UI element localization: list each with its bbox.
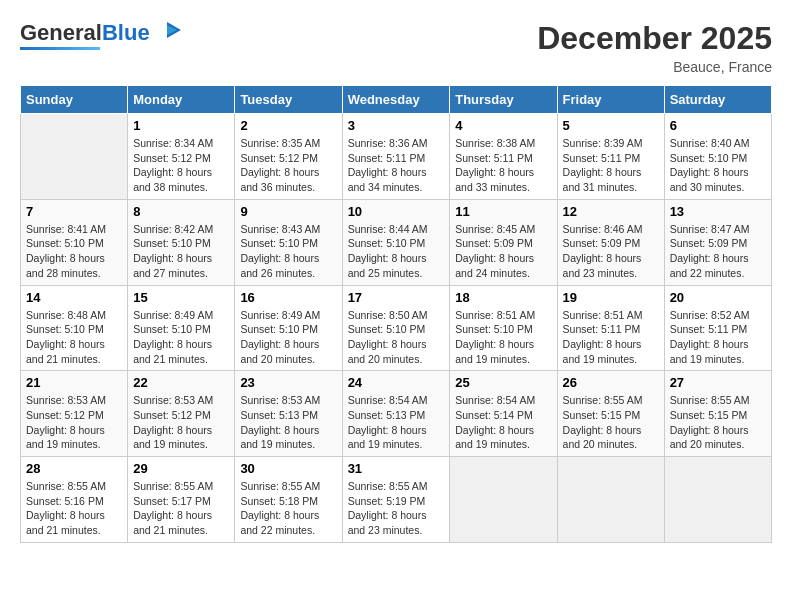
calendar-cell	[557, 457, 664, 543]
calendar-cell: 2Sunrise: 8:35 AMSunset: 5:12 PMDaylight…	[235, 114, 342, 200]
calendar-cell: 1Sunrise: 8:34 AMSunset: 5:12 PMDaylight…	[128, 114, 235, 200]
day-info: Sunrise: 8:55 AMSunset: 5:18 PMDaylight:…	[240, 479, 336, 538]
calendar-cell: 12Sunrise: 8:46 AMSunset: 5:09 PMDayligh…	[557, 199, 664, 285]
day-number: 2	[240, 118, 336, 133]
day-number: 30	[240, 461, 336, 476]
weekday-header-wednesday: Wednesday	[342, 86, 450, 114]
day-info: Sunrise: 8:40 AMSunset: 5:10 PMDaylight:…	[670, 136, 766, 195]
day-number: 28	[26, 461, 122, 476]
day-number: 5	[563, 118, 659, 133]
day-info: Sunrise: 8:48 AMSunset: 5:10 PMDaylight:…	[26, 308, 122, 367]
day-info: Sunrise: 8:35 AMSunset: 5:12 PMDaylight:…	[240, 136, 336, 195]
day-info: Sunrise: 8:53 AMSunset: 5:12 PMDaylight:…	[26, 393, 122, 452]
day-number: 24	[348, 375, 445, 390]
day-info: Sunrise: 8:55 AMSunset: 5:15 PMDaylight:…	[563, 393, 659, 452]
logo-flag-icon	[153, 20, 181, 42]
calendar-cell: 23Sunrise: 8:53 AMSunset: 5:13 PMDayligh…	[235, 371, 342, 457]
logo-underline	[20, 47, 100, 50]
calendar-week-row: 28Sunrise: 8:55 AMSunset: 5:16 PMDayligh…	[21, 457, 772, 543]
day-number: 15	[133, 290, 229, 305]
day-number: 31	[348, 461, 445, 476]
day-info: Sunrise: 8:38 AMSunset: 5:11 PMDaylight:…	[455, 136, 551, 195]
title-block: December 2025 Beauce, France	[537, 20, 772, 75]
day-number: 10	[348, 204, 445, 219]
calendar-cell: 15Sunrise: 8:49 AMSunset: 5:10 PMDayligh…	[128, 285, 235, 371]
calendar-cell: 8Sunrise: 8:42 AMSunset: 5:10 PMDaylight…	[128, 199, 235, 285]
calendar-week-row: 14Sunrise: 8:48 AMSunset: 5:10 PMDayligh…	[21, 285, 772, 371]
day-number: 27	[670, 375, 766, 390]
weekday-header-row: SundayMondayTuesdayWednesdayThursdayFrid…	[21, 86, 772, 114]
day-number: 7	[26, 204, 122, 219]
day-number: 29	[133, 461, 229, 476]
day-number: 16	[240, 290, 336, 305]
day-info: Sunrise: 8:46 AMSunset: 5:09 PMDaylight:…	[563, 222, 659, 281]
day-number: 13	[670, 204, 766, 219]
day-number: 22	[133, 375, 229, 390]
day-number: 12	[563, 204, 659, 219]
day-number: 26	[563, 375, 659, 390]
day-info: Sunrise: 8:51 AMSunset: 5:10 PMDaylight:…	[455, 308, 551, 367]
weekday-header-sunday: Sunday	[21, 86, 128, 114]
calendar-week-row: 21Sunrise: 8:53 AMSunset: 5:12 PMDayligh…	[21, 371, 772, 457]
day-number: 6	[670, 118, 766, 133]
calendar-cell: 28Sunrise: 8:55 AMSunset: 5:16 PMDayligh…	[21, 457, 128, 543]
weekday-header-thursday: Thursday	[450, 86, 557, 114]
day-info: Sunrise: 8:54 AMSunset: 5:13 PMDaylight:…	[348, 393, 445, 452]
calendar-cell: 22Sunrise: 8:53 AMSunset: 5:12 PMDayligh…	[128, 371, 235, 457]
calendar-table: SundayMondayTuesdayWednesdayThursdayFrid…	[20, 85, 772, 543]
day-number: 14	[26, 290, 122, 305]
calendar-cell: 4Sunrise: 8:38 AMSunset: 5:11 PMDaylight…	[450, 114, 557, 200]
day-number: 9	[240, 204, 336, 219]
day-number: 4	[455, 118, 551, 133]
calendar-cell: 6Sunrise: 8:40 AMSunset: 5:10 PMDaylight…	[664, 114, 771, 200]
calendar-cell: 26Sunrise: 8:55 AMSunset: 5:15 PMDayligh…	[557, 371, 664, 457]
day-number: 3	[348, 118, 445, 133]
day-info: Sunrise: 8:49 AMSunset: 5:10 PMDaylight:…	[240, 308, 336, 367]
day-info: Sunrise: 8:45 AMSunset: 5:09 PMDaylight:…	[455, 222, 551, 281]
day-info: Sunrise: 8:54 AMSunset: 5:14 PMDaylight:…	[455, 393, 551, 452]
calendar-cell: 7Sunrise: 8:41 AMSunset: 5:10 PMDaylight…	[21, 199, 128, 285]
day-number: 11	[455, 204, 551, 219]
weekday-header-monday: Monday	[128, 86, 235, 114]
calendar-week-row: 1Sunrise: 8:34 AMSunset: 5:12 PMDaylight…	[21, 114, 772, 200]
day-info: Sunrise: 8:55 AMSunset: 5:19 PMDaylight:…	[348, 479, 445, 538]
calendar-cell: 17Sunrise: 8:50 AMSunset: 5:10 PMDayligh…	[342, 285, 450, 371]
calendar-cell: 21Sunrise: 8:53 AMSunset: 5:12 PMDayligh…	[21, 371, 128, 457]
calendar-cell: 13Sunrise: 8:47 AMSunset: 5:09 PMDayligh…	[664, 199, 771, 285]
calendar-cell	[450, 457, 557, 543]
day-info: Sunrise: 8:55 AMSunset: 5:17 PMDaylight:…	[133, 479, 229, 538]
calendar-cell: 27Sunrise: 8:55 AMSunset: 5:15 PMDayligh…	[664, 371, 771, 457]
day-info: Sunrise: 8:39 AMSunset: 5:11 PMDaylight:…	[563, 136, 659, 195]
day-info: Sunrise: 8:53 AMSunset: 5:13 PMDaylight:…	[240, 393, 336, 452]
calendar-cell: 9Sunrise: 8:43 AMSunset: 5:10 PMDaylight…	[235, 199, 342, 285]
calendar-cell: 25Sunrise: 8:54 AMSunset: 5:14 PMDayligh…	[450, 371, 557, 457]
day-number: 21	[26, 375, 122, 390]
calendar-cell: 3Sunrise: 8:36 AMSunset: 5:11 PMDaylight…	[342, 114, 450, 200]
weekday-header-friday: Friday	[557, 86, 664, 114]
day-info: Sunrise: 8:36 AMSunset: 5:11 PMDaylight:…	[348, 136, 445, 195]
day-number: 18	[455, 290, 551, 305]
calendar-cell: 31Sunrise: 8:55 AMSunset: 5:19 PMDayligh…	[342, 457, 450, 543]
logo-text: GeneralBlue	[20, 20, 150, 46]
day-number: 1	[133, 118, 229, 133]
day-info: Sunrise: 8:41 AMSunset: 5:10 PMDaylight:…	[26, 222, 122, 281]
calendar-cell: 29Sunrise: 8:55 AMSunset: 5:17 PMDayligh…	[128, 457, 235, 543]
calendar-week-row: 7Sunrise: 8:41 AMSunset: 5:10 PMDaylight…	[21, 199, 772, 285]
calendar-cell: 19Sunrise: 8:51 AMSunset: 5:11 PMDayligh…	[557, 285, 664, 371]
logo: GeneralBlue	[20, 20, 181, 50]
day-info: Sunrise: 8:34 AMSunset: 5:12 PMDaylight:…	[133, 136, 229, 195]
day-info: Sunrise: 8:43 AMSunset: 5:10 PMDaylight:…	[240, 222, 336, 281]
calendar-cell	[664, 457, 771, 543]
day-info: Sunrise: 8:47 AMSunset: 5:09 PMDaylight:…	[670, 222, 766, 281]
day-number: 25	[455, 375, 551, 390]
day-info: Sunrise: 8:42 AMSunset: 5:10 PMDaylight:…	[133, 222, 229, 281]
page-header: GeneralBlue December 2025 Beauce, France	[20, 20, 772, 75]
day-info: Sunrise: 8:55 AMSunset: 5:16 PMDaylight:…	[26, 479, 122, 538]
day-number: 19	[563, 290, 659, 305]
calendar-cell: 24Sunrise: 8:54 AMSunset: 5:13 PMDayligh…	[342, 371, 450, 457]
calendar-cell: 5Sunrise: 8:39 AMSunset: 5:11 PMDaylight…	[557, 114, 664, 200]
weekday-header-tuesday: Tuesday	[235, 86, 342, 114]
day-info: Sunrise: 8:53 AMSunset: 5:12 PMDaylight:…	[133, 393, 229, 452]
calendar-cell: 30Sunrise: 8:55 AMSunset: 5:18 PMDayligh…	[235, 457, 342, 543]
day-number: 8	[133, 204, 229, 219]
